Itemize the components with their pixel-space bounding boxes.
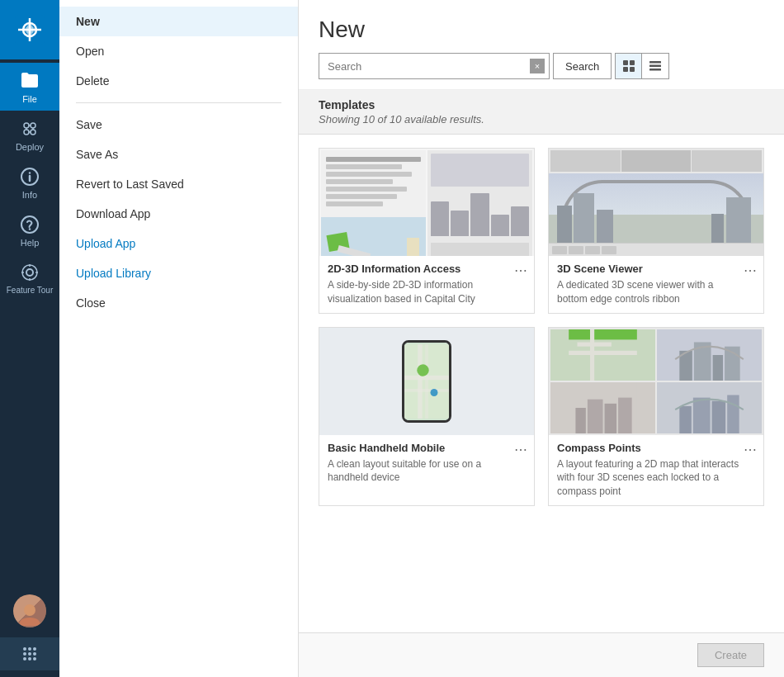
svg-point-16 xyxy=(22,265,37,280)
sidebar: File Deploy Info xyxy=(0,0,59,677)
templates-title: Templates xyxy=(319,98,764,111)
svg-rect-49 xyxy=(590,329,594,381)
svg-point-5 xyxy=(31,130,35,135)
svg-rect-48 xyxy=(569,350,637,354)
sidebar-item-deploy-label: Deploy xyxy=(16,142,44,152)
svg-rect-42 xyxy=(425,344,428,419)
template-thumb-compass xyxy=(549,328,763,435)
menu-divider-1 xyxy=(76,102,281,103)
svg-point-27 xyxy=(33,652,36,656)
svg-point-30 xyxy=(33,657,36,660)
template-desc-mobile: A clean layout suitable for use on a han… xyxy=(328,457,511,485)
menu-item-download[interactable]: Download App xyxy=(59,199,298,229)
view-toggle xyxy=(615,53,669,79)
svg-rect-32 xyxy=(630,60,635,65)
svg-point-12 xyxy=(29,172,31,173)
create-button[interactable]: Create xyxy=(697,643,764,667)
svg-rect-62 xyxy=(693,397,711,433)
template-info-compass: Compass Points A layout featuring a 2D m… xyxy=(549,435,763,505)
template-menu-button-compass[interactable]: ⋯ xyxy=(742,442,758,458)
list-icon xyxy=(649,59,662,73)
menu-item-open[interactable]: Open xyxy=(59,36,298,66)
svg-rect-34 xyxy=(630,67,635,72)
template-menu-button-3dscene[interactable]: ⋯ xyxy=(742,263,758,279)
svg-rect-57 xyxy=(588,399,603,433)
sidebar-item-file[interactable]: File xyxy=(0,63,59,111)
sidebar-item-info[interactable]: Info xyxy=(0,159,59,206)
sidebar-item-feature-tour[interactable]: Feature Tour xyxy=(0,254,59,302)
template-thumb-mobile xyxy=(319,328,534,435)
menu-item-save-as[interactable]: Save As xyxy=(59,140,298,169)
template-menu-button-mobile[interactable]: ⋯ xyxy=(512,442,529,458)
search-clear-button[interactable]: × xyxy=(530,59,545,73)
svg-rect-31 xyxy=(623,60,628,65)
svg-rect-36 xyxy=(649,65,661,68)
menu-item-upload-app[interactable]: Upload App xyxy=(59,229,298,258)
template-info-mobile: Basic Handheld Mobile A clean layout sui… xyxy=(319,435,534,492)
templates-header: Templates Showing 10 of 10 available res… xyxy=(299,90,784,135)
svg-rect-64 xyxy=(727,395,739,433)
template-card-compass[interactable]: Compass Points A layout featuring a 2D m… xyxy=(548,327,764,506)
svg-rect-39 xyxy=(418,344,422,419)
svg-point-43 xyxy=(417,364,428,376)
menu-item-delete[interactable]: Delete xyxy=(59,66,298,96)
svg-rect-58 xyxy=(605,403,616,433)
menu-item-save[interactable]: Save xyxy=(59,110,298,140)
sidebar-item-file-label: File xyxy=(22,94,37,104)
page-title: New xyxy=(319,17,764,43)
menu-item-upload-library[interactable]: Upload Library xyxy=(59,258,298,288)
svg-point-44 xyxy=(431,389,438,396)
svg-point-3 xyxy=(31,123,35,128)
sidebar-item-deploy[interactable]: Deploy xyxy=(0,111,59,159)
svg-rect-63 xyxy=(712,400,726,433)
main-footer: Create xyxy=(299,632,784,677)
app-logo[interactable] xyxy=(0,0,59,59)
svg-rect-37 xyxy=(649,69,661,71)
svg-point-4 xyxy=(24,130,29,135)
sidebar-bottom xyxy=(0,588,59,677)
menu-item-new[interactable]: New xyxy=(59,7,298,36)
svg-rect-33 xyxy=(623,67,628,72)
sidebar-item-help[interactable]: Help xyxy=(0,206,59,254)
svg-point-2 xyxy=(24,123,29,128)
svg-point-28 xyxy=(23,657,26,660)
sidebar-item-help-label: Help xyxy=(21,238,40,248)
search-input[interactable] xyxy=(319,53,550,79)
svg-rect-35 xyxy=(649,61,661,64)
svg-point-15 xyxy=(26,269,33,276)
search-button[interactable]: Search xyxy=(553,53,612,79)
svg-point-24 xyxy=(33,647,36,651)
svg-point-29 xyxy=(28,657,31,660)
svg-point-22 xyxy=(23,647,26,651)
template-name-3dscene: 3D Scene Viewer xyxy=(557,263,740,275)
grid-icon xyxy=(622,59,635,73)
template-desc-compass: A layout featuring a 2D map that interac… xyxy=(557,457,740,499)
template-info-2d3d: 2D-3D Information Access A side-by-side … xyxy=(319,256,534,313)
svg-point-23 xyxy=(28,647,31,651)
svg-point-13 xyxy=(21,216,38,233)
menu-item-revert[interactable]: Revert to Last Saved xyxy=(59,169,298,199)
search-input-wrap: × xyxy=(319,53,550,79)
template-card-3dscene[interactable]: 3D Scene Viewer A dedicated 3D scene vie… xyxy=(548,148,764,314)
svg-rect-59 xyxy=(618,397,632,433)
template-name-compass: Compass Points xyxy=(557,442,740,454)
template-name-mobile: Basic Handheld Mobile xyxy=(328,442,511,454)
app-grid-button[interactable] xyxy=(0,637,59,670)
template-menu-button-2d3d[interactable]: ⋯ xyxy=(512,263,529,279)
templates-subtitle: Showing 10 of 10 available results. xyxy=(319,113,764,125)
avatar[interactable] xyxy=(13,594,46,627)
template-card-mobile[interactable]: Basic Handheld Mobile A clean layout sui… xyxy=(319,327,535,506)
svg-point-25 xyxy=(23,652,26,656)
svg-rect-61 xyxy=(679,406,691,433)
template-thumb-3dscene xyxy=(549,149,763,256)
template-thumb-2d3d xyxy=(319,149,534,256)
sidebar-item-feature-tour-label: Feature Tour xyxy=(7,286,54,296)
menu-panel: New Open Delete Save Save As Revert to L… xyxy=(59,0,299,677)
grid-view-button[interactable] xyxy=(616,54,642,78)
template-card-2d3d[interactable]: 2D-3D Information Access A side-by-side … xyxy=(319,148,535,314)
svg-point-26 xyxy=(28,652,31,656)
template-name-2d3d: 2D-3D Information Access xyxy=(328,263,511,275)
list-view-button[interactable] xyxy=(642,54,668,78)
svg-point-21 xyxy=(24,604,35,616)
menu-item-close[interactable]: Close xyxy=(59,288,298,318)
